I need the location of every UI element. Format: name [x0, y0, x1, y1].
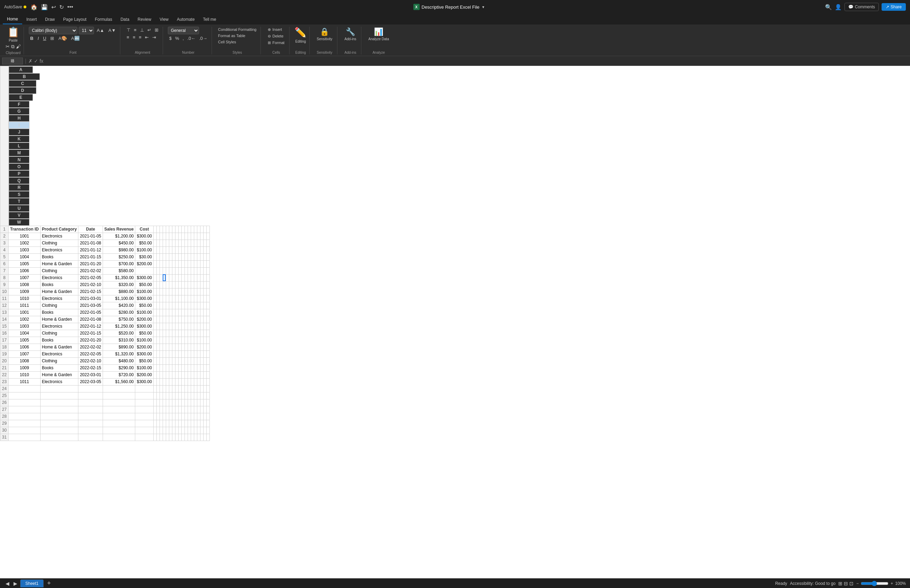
- cell-w28[interactable]: [206, 413, 210, 420]
- cell-t29[interactable]: [197, 420, 200, 427]
- cell-h12[interactable]: [160, 302, 163, 309]
- cell-i22[interactable]: [163, 371, 166, 378]
- cell-t23[interactable]: [197, 378, 200, 385]
- col-header-k[interactable]: K: [9, 136, 29, 142]
- cell-e28[interactable]: [135, 413, 153, 420]
- cell-r26[interactable]: [191, 399, 194, 406]
- cell-q16[interactable]: [187, 330, 191, 337]
- cell-w31[interactable]: [206, 434, 210, 441]
- cell-t3[interactable]: [197, 239, 200, 247]
- cell-b15[interactable]: Electronics: [40, 323, 78, 330]
- cell-o19[interactable]: [181, 351, 184, 357]
- row-num-4[interactable]: 4: [0, 247, 9, 254]
- col-header-j[interactable]: J: [9, 129, 29, 136]
- cell-o23[interactable]: [181, 378, 184, 385]
- cell-r23[interactable]: [191, 378, 194, 385]
- cell-m10[interactable]: [175, 288, 178, 295]
- decrease-decimal-button[interactable]: .0←: [186, 35, 197, 42]
- cell-g4[interactable]: [157, 247, 160, 254]
- decrease-indent-button[interactable]: ⇤: [144, 34, 150, 40]
- cell-f10[interactable]: [153, 288, 157, 295]
- cell-h9[interactable]: [160, 281, 163, 288]
- cell-e29[interactable]: [135, 420, 153, 427]
- cell-s17[interactable]: [194, 337, 197, 344]
- cell-a30[interactable]: [9, 427, 40, 434]
- cell-u1[interactable]: [200, 226, 203, 233]
- col-header-n[interactable]: N: [9, 157, 29, 163]
- cell-m18[interactable]: [175, 344, 178, 351]
- cell-e6[interactable]: $200.00: [135, 260, 153, 267]
- cell-d23[interactable]: $1,560.00: [103, 378, 135, 385]
- cell-c6[interactable]: 2021-01-20: [78, 260, 103, 267]
- cell-i10[interactable]: [163, 288, 166, 295]
- cell-l23[interactable]: [172, 378, 175, 385]
- cell-u24[interactable]: [200, 385, 203, 392]
- cell-v4[interactable]: [203, 247, 206, 254]
- cell-h23[interactable]: [160, 378, 163, 385]
- cell-u3[interactable]: [200, 239, 203, 247]
- cell-n3[interactable]: [178, 239, 181, 247]
- cell-q9[interactable]: [187, 281, 191, 288]
- cell-n19[interactable]: [178, 351, 181, 357]
- cell-o21[interactable]: [181, 364, 184, 371]
- cell-t31[interactable]: [197, 434, 200, 441]
- cell-b31[interactable]: [40, 434, 78, 441]
- dropdown-chevron-icon[interactable]: ▼: [482, 5, 485, 9]
- cell-m23[interactable]: [175, 378, 178, 385]
- cell-b16[interactable]: Clothing: [40, 330, 78, 337]
- cell-a24[interactable]: [9, 385, 40, 392]
- cell-g13[interactable]: [157, 309, 160, 316]
- cell-d16[interactable]: $520.00: [103, 330, 135, 337]
- cell-k23[interactable]: [169, 378, 172, 385]
- cell-c29[interactable]: [78, 420, 103, 427]
- cell-q11[interactable]: [187, 295, 191, 302]
- cell-n20[interactable]: [178, 357, 181, 364]
- cell-p31[interactable]: [184, 434, 187, 441]
- cell-g8[interactable]: [157, 274, 160, 281]
- cell-u22[interactable]: [200, 371, 203, 378]
- cell-e11[interactable]: $300.00: [135, 295, 153, 302]
- cell-u7[interactable]: [200, 267, 203, 274]
- cell-a3[interactable]: 1002: [9, 239, 40, 247]
- cell-a28[interactable]: [9, 413, 40, 420]
- cell-c14[interactable]: 2022-01-08: [78, 316, 103, 323]
- cell-i3[interactable]: [163, 239, 166, 247]
- cell-c3[interactable]: 2021-01-08: [78, 239, 103, 247]
- cell-w16[interactable]: [206, 330, 210, 337]
- cell-q12[interactable]: [187, 302, 191, 309]
- cell-g26[interactable]: [157, 399, 160, 406]
- cell-a22[interactable]: 1010: [9, 371, 40, 378]
- cell-r4[interactable]: [191, 247, 194, 254]
- cell-n2[interactable]: [178, 233, 181, 239]
- col-header-l[interactable]: L: [9, 142, 29, 149]
- cell-u11[interactable]: [200, 295, 203, 302]
- cell-e24[interactable]: [135, 385, 153, 392]
- cell-reference-input[interactable]: [2, 58, 23, 65]
- cell-f5[interactable]: [153, 254, 157, 260]
- cell-b9[interactable]: Books: [40, 281, 78, 288]
- cell-s3[interactable]: [194, 239, 197, 247]
- cell-r28[interactable]: [191, 413, 194, 420]
- cell-t2[interactable]: [197, 233, 200, 239]
- cell-f16[interactable]: [153, 330, 157, 337]
- cell-m19[interactable]: [175, 351, 178, 357]
- col-header-e[interactable]: E: [9, 94, 33, 101]
- cell-c30[interactable]: [78, 427, 103, 434]
- cell-b17[interactable]: Books: [40, 337, 78, 344]
- cell-l13[interactable]: [172, 309, 175, 316]
- cell-u12[interactable]: [200, 302, 203, 309]
- cell-i23[interactable]: [163, 378, 166, 385]
- cell-i17[interactable]: [163, 337, 166, 344]
- cell-r29[interactable]: [191, 420, 194, 427]
- cell-a20[interactable]: 1008: [9, 357, 40, 364]
- cell-k12[interactable]: [169, 302, 172, 309]
- cell-c1[interactable]: Date: [78, 226, 103, 233]
- tab-view[interactable]: View: [155, 15, 173, 24]
- cell-s10[interactable]: [194, 288, 197, 295]
- cell-l28[interactable]: [172, 413, 175, 420]
- cell-w2[interactable]: [206, 233, 210, 239]
- col-header-o[interactable]: O: [9, 163, 29, 170]
- cell-a9[interactable]: 1008: [9, 281, 40, 288]
- cell-j21[interactable]: [166, 364, 169, 371]
- cell-b23[interactable]: Electronics: [40, 378, 78, 385]
